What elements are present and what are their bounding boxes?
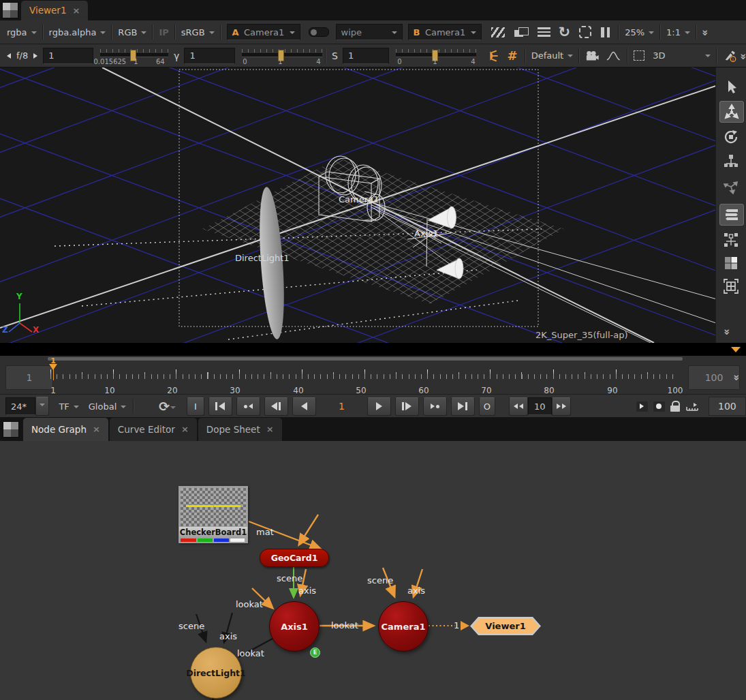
wipe-dropdown[interactable]: wipe [336,24,403,40]
tf-dropdown[interactable]: TF [59,401,78,412]
divider [618,25,619,40]
input-a-letter: A [232,27,239,37]
goto-start-button[interactable] [208,397,232,416]
tab-dope-sheet[interactable]: Dope Sheet × [198,418,282,441]
step-back-button[interactable] [264,397,288,416]
bar [279,402,281,410]
close-icon[interactable]: × [93,424,100,434]
display-dropdown[interactable]: RGB [118,27,146,37]
tab-curve-editor[interactable]: Curve Editor × [110,418,197,441]
flipbook-button[interactable] [636,401,648,412]
wipe-toggle[interactable] [309,27,329,37]
lighting-icon[interactable] [484,50,499,62]
goto-end-button[interactable] [451,397,475,416]
decrement-button[interactable] [509,397,528,416]
timeline-pan-bar[interactable] [48,357,683,361]
range-dropdown[interactable]: Global [89,401,126,412]
gain-input[interactable]: 1 [43,48,93,64]
lock-range-button[interactable] [670,401,680,412]
saturation-input[interactable]: 1 [343,48,390,64]
tf-value: TF [59,401,69,412]
play-button[interactable] [367,397,391,416]
layout-bars-button[interactable] [719,204,744,226]
increment-button[interactable] [552,397,571,416]
timeline-ruler[interactable]: 1 1 10 20 30 40 50 60 70 80 90 100 [48,361,683,394]
pause-button[interactable] [601,27,610,37]
lut-dropdown[interactable]: sRGB [181,27,215,37]
gamma-slider[interactable]: 0 1 4 [242,49,317,63]
fit-frame-button[interactable] [719,276,743,296]
collapse-timeline-icon[interactable]: » [730,374,743,380]
node-graph-canvas[interactable]: CheckerBoard1 GeoCard1 Axis1 Camera1 Dir… [0,441,746,700]
node-axis1-label: Axis1 [281,622,308,632]
fps-dropdown-button[interactable] [35,397,49,416]
increment-field[interactable]: 10 [528,397,552,415]
end-frame-field[interactable]: 100 [709,397,746,416]
node-directlight1[interactable]: DirectLight1 [190,647,242,699]
node-axis1[interactable]: Axis1 [269,601,320,652]
node-geocard1[interactable]: GeoCard1 [260,549,329,567]
tab-node-graph[interactable]: Node Graph × [23,418,108,441]
fps-field[interactable]: 24* [5,397,35,415]
set-in-button[interactable]: I [187,397,204,416]
step-forward-button[interactable] [395,397,419,416]
node-camera1[interactable]: Camera1 [378,601,429,652]
collapse-toolbar-icon[interactable]: » [737,53,746,59]
set-out-button[interactable]: O [479,397,495,416]
rotate-tool-button[interactable] [719,127,743,147]
pane-menu-icon[interactable] [3,421,19,438]
skew-tool-button[interactable] [719,177,743,197]
timeline-in-field[interactable]: 1 [5,365,53,390]
input-a-dropdown[interactable]: A Camera1 [227,24,300,40]
fstop-next-icon[interactable] [33,53,37,59]
frame-handles-button[interactable] [719,230,743,250]
quad-view-button[interactable] [719,253,743,273]
camera-icon[interactable] [585,50,600,61]
gamma-input[interactable]: 1 [184,48,234,64]
alpha-dropdown[interactable]: rgba.alpha [49,27,106,37]
eyedropper-icon[interactable]: i [723,49,737,63]
play-backward-button[interactable] [292,397,316,416]
zoom-dropdown[interactable]: 25% [625,27,654,37]
current-frame-display[interactable]: 1 [332,401,351,412]
fstop-prev-icon[interactable] [7,53,11,59]
checker-underlay-icon[interactable] [491,27,505,37]
prev-keyframe-button[interactable] [236,397,260,416]
scanlines-icon[interactable] [538,27,550,37]
select-tool-button[interactable] [719,77,743,97]
saturation-slider[interactable]: 0 1 4 [396,49,471,63]
pane-menu-icon[interactable] [2,2,18,18]
input-b-dropdown[interactable]: B Camera1 [408,24,482,40]
tab-viewer1[interactable]: Viewer1 × [21,1,88,20]
proxy-icon[interactable] [514,27,528,37]
record-button[interactable] [653,401,665,412]
expand-triangle-icon[interactable] [731,347,741,352]
node-viewer1[interactable]: Viewer1 [470,617,541,635]
wireframe-grid-icon[interactable]: # [508,48,518,63]
gain-min-label: 0.015625 [94,58,127,65]
default-lut-dropdown[interactable]: Default [531,50,574,61]
ratio-dropdown[interactable]: 1:1 [666,27,690,37]
node-checkerboard1[interactable]: CheckerBoard1 [178,486,248,543]
translate-tool-button[interactable] [719,101,744,123]
refresh-icon[interactable]: ↻ [559,27,571,37]
gain-slider[interactable]: 0.015625 1 64 [100,49,164,63]
scale-tool-button[interactable] [719,151,743,171]
close-icon[interactable]: × [181,424,189,434]
svg-text:i: i [732,57,734,62]
next-keyframe-button[interactable] [423,397,447,416]
ip-toggle[interactable]: IP [159,27,168,37]
collapse-side-toolbar-icon[interactable]: » [721,329,733,334]
loop-mode-button[interactable]: ⟳ [159,401,176,412]
close-icon[interactable]: × [72,5,80,16]
viewer-tabbar: Viewer1 × [0,0,746,20]
frame-range-icon[interactable] [685,401,699,412]
marquee-icon[interactable] [634,50,644,61]
close-icon[interactable]: × [266,424,274,434]
roi-icon[interactable] [579,26,591,38]
channels-dropdown[interactable]: rgba [7,27,37,37]
view-mode-dropdown[interactable]: 3D [653,50,710,61]
viewport-3d[interactable]: Camera1 DirectLight1 Axis1 2K_Super_35(f… [0,67,746,343]
curve-icon[interactable] [606,50,621,61]
collapse-toolbar-icon[interactable]: » [699,29,711,35]
